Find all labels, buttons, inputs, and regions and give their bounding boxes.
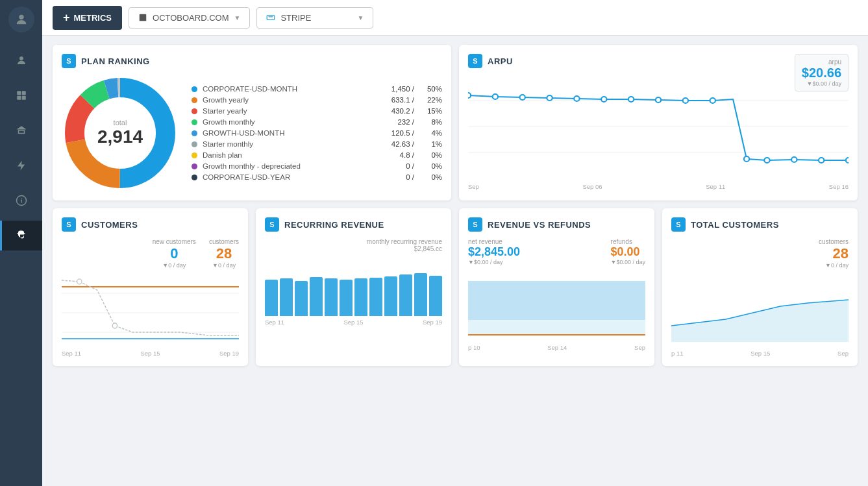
net-revenue-block: net revenue $2,845.00 ▼$0.00 / day	[468, 238, 520, 265]
plan-pct-2: 15%	[419, 107, 442, 115]
bar-11	[414, 273, 427, 316]
sidebar-item-info[interactable]	[0, 186, 42, 215]
customers-title: CUSTOMERS	[81, 220, 138, 230]
svg-point-28	[683, 98, 688, 103]
recurring-chart-container: Sep 11 Sep 15 Sep 19	[265, 258, 442, 326]
net-revenue-sub: ▼$0.00 / day	[468, 259, 520, 265]
recurring-stripe-icon: S	[265, 217, 279, 232]
svg-point-31	[764, 158, 769, 163]
revenue-refunds-axis-labels: p 10 Sep 14 Sep	[468, 344, 645, 351]
arpu-card-label: arpu	[802, 58, 841, 66]
net-revenue-label: net revenue	[468, 238, 520, 245]
plan-item-7: Growth monthly - depreciated 0 / 0%	[192, 161, 442, 172]
octoboard-dropdown[interactable]: OCTOBOARD.COM ▼	[129, 7, 250, 29]
recurring-metrics: monthly recurring revenue $2,845.cc	[265, 238, 442, 252]
total-customers-label: customers	[671, 238, 849, 245]
main-content: + METRICS OCTOBOARD.COM ▼ STRIPE ▼ S	[42, 0, 868, 486]
plan-dot-7	[192, 164, 197, 169]
svg-point-39	[77, 279, 82, 284]
svg-point-29	[710, 98, 715, 103]
plan-pct-3: 8%	[419, 118, 442, 126]
metrics-button[interactable]: + METRICS	[53, 6, 122, 30]
plan-value-4: 120.5 /	[382, 129, 414, 137]
svg-point-22	[520, 95, 525, 100]
refunds-sub: ▼$0.00 / day	[611, 259, 645, 265]
svg-rect-3	[21, 91, 25, 95]
revenue-refunds-stripe-icon: S	[468, 217, 482, 232]
plan-pct-1: 22%	[419, 96, 442, 104]
svg-rect-9	[267, 16, 275, 20]
donut-chart: total 2,914	[62, 75, 179, 191]
sidebar	[0, 0, 42, 486]
customers-count-sub: ▼0 / day	[209, 262, 239, 269]
plan-item-2: Starter yearly 430.2 / 15%	[192, 106, 442, 117]
arpu-chart-svg	[468, 75, 849, 178]
logo-icon	[14, 12, 29, 27]
plan-name-4: GROWTH-USD-MONTH	[203, 129, 377, 137]
bar-4	[310, 277, 323, 316]
new-customers-block: new customers 0 ▼0 / day	[153, 238, 196, 269]
plan-ranking-body: total 2,914 CORPORATE-USD-MONTH 1,450 / …	[62, 75, 442, 191]
plan-pct-8: 0%	[419, 173, 442, 181]
recurring-amount: $2,845.cc	[265, 245, 442, 252]
plan-name-6: Danish plan	[203, 151, 377, 159]
sidebar-nav	[0, 45, 42, 250]
sidebar-item-lightning[interactable]	[0, 151, 42, 180]
svg-point-24	[574, 96, 579, 101]
total-customers-title: TOTAL CUSTOMERS	[691, 220, 779, 230]
new-customers-label: new customers	[153, 238, 196, 245]
recurring-bars	[265, 258, 442, 316]
svg-point-23	[547, 95, 552, 101]
bar-2	[280, 278, 293, 316]
net-revenue-amount: $2,845.00	[468, 245, 520, 259]
sidebar-item-dashboard[interactable]	[0, 80, 42, 110]
total-customers-header: S TOTAL CUSTOMERS	[671, 217, 849, 232]
arpu-title: ARPU	[488, 56, 513, 66]
plan-name-5: Starter monthly	[203, 140, 377, 148]
plan-dot-1	[192, 97, 197, 103]
building-icon	[138, 13, 147, 22]
plan-pct-0: 50%	[419, 85, 442, 93]
plan-dot-3	[192, 119, 197, 125]
plan-list: CORPORATE-USD-MONTH 1,450 / 50% Growth y…	[192, 84, 442, 183]
plan-dot-2	[192, 108, 197, 114]
plan-ranking-stripe-icon: S	[62, 54, 76, 68]
stripe-dropdown[interactable]: STRIPE ▼	[256, 7, 373, 29]
plan-item-8: CORPORATE-USD-YEAR 0 / 0%	[192, 172, 442, 183]
sidebar-item-bug[interactable]	[0, 221, 42, 250]
plan-item-0: CORPORATE-USD-MONTH 1,450 / 50%	[192, 84, 442, 95]
bar-10	[399, 274, 412, 316]
plus-icon: +	[63, 11, 70, 25]
plan-ranking-title: PLAN RANKING	[81, 56, 150, 66]
customers-metrics: new customers 0 ▼0 / day customers 28 ▼0…	[62, 238, 239, 269]
logo	[8, 6, 34, 32]
plan-item-3: Growth monthly 232 / 8%	[192, 117, 442, 128]
refunds-label: refunds	[611, 238, 645, 245]
sidebar-item-bank[interactable]	[0, 115, 42, 145]
plan-dot-0	[192, 86, 197, 92]
plan-item-1: Growth yearly 633.1 / 22%	[192, 95, 442, 106]
info-icon	[16, 195, 27, 206]
svg-point-27	[656, 97, 661, 103]
total-customers-axis-labels: p 11 Sep 15 Sep	[671, 350, 849, 357]
sidebar-item-user[interactable]	[0, 45, 42, 75]
bar-5	[325, 278, 338, 316]
recurring-axis-labels: Sep 11 Sep 15 Sep 19	[265, 319, 442, 326]
stripe-dropdown-arrow-icon: ▼	[358, 14, 364, 21]
svg-point-21	[493, 94, 498, 99]
dashboard: S PLAN RANKING	[42, 36, 868, 486]
topbar: + METRICS OCTOBOARD.COM ▼ STRIPE ▼	[42, 0, 868, 36]
bar-12	[429, 276, 442, 316]
recurring-header: S RECURRING REVENUE	[265, 217, 442, 232]
plan-pct-6: 0%	[419, 151, 442, 159]
plan-name-7: Growth monthly - depreciated	[203, 162, 377, 170]
svg-point-32	[791, 157, 797, 162]
plan-value-0: 1,450 /	[382, 85, 414, 93]
plan-item-5: Starter monthly 42.63 / 1%	[192, 139, 442, 150]
widget-row-1: S PLAN RANKING	[53, 45, 858, 200]
svg-point-20	[468, 93, 471, 98]
total-customers-svg	[671, 274, 849, 345]
plan-value-6: 4.8 /	[382, 151, 414, 159]
svg-point-0	[19, 15, 23, 19]
customers-chart-svg	[62, 274, 239, 345]
